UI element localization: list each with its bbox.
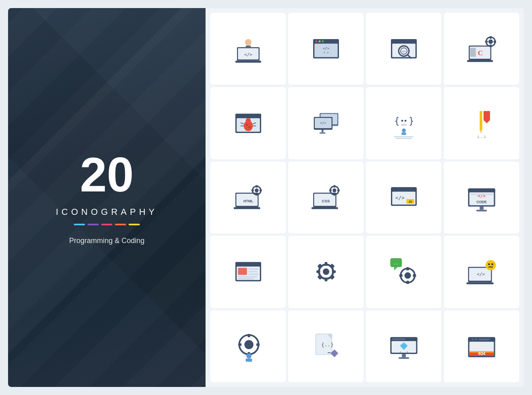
svg-rect-113 bbox=[324, 262, 327, 266]
svg-text:</>: </> bbox=[395, 195, 404, 201]
svg-text:<>: <> bbox=[402, 50, 405, 53]
svg-point-36 bbox=[245, 118, 251, 123]
icon-cell-bug-browser[interactable] bbox=[210, 87, 286, 159]
svg-point-12 bbox=[318, 40, 320, 42]
main-container: 20 ICONOGRAPHY Programming & Coding </ bbox=[8, 8, 524, 387]
svg-point-38 bbox=[248, 126, 250, 128]
svg-rect-132 bbox=[466, 283, 493, 285]
svg-rect-114 bbox=[324, 278, 327, 282]
color-bar-1 bbox=[74, 224, 85, 225]
svg-rect-128 bbox=[399, 274, 402, 277]
svg-point-112 bbox=[323, 268, 329, 275]
svg-point-4 bbox=[245, 39, 251, 46]
svg-rect-8 bbox=[314, 44, 338, 57]
svg-rect-137 bbox=[488, 267, 493, 268]
icon-cell-robot-laptop[interactable]: </> bbox=[444, 236, 519, 308]
svg-rect-51 bbox=[321, 130, 323, 132]
svg-text:</>: </> bbox=[477, 272, 485, 277]
svg-point-55 bbox=[401, 120, 403, 122]
svg-rect-97 bbox=[480, 206, 484, 210]
svg-text:404: 404 bbox=[478, 351, 485, 356]
svg-point-134 bbox=[485, 260, 496, 271]
svg-rect-15 bbox=[391, 39, 417, 44]
icon-cell-html-bookmark[interactable]: {...} HTML bbox=[444, 87, 519, 159]
svg-marker-65 bbox=[483, 120, 490, 123]
svg-rect-76 bbox=[251, 189, 254, 191]
subtitle: Programming & Coding bbox=[56, 237, 158, 245]
svg-rect-23 bbox=[467, 60, 493, 62]
svg-rect-127 bbox=[406, 281, 409, 284]
svg-text:</>: </> bbox=[244, 52, 252, 57]
iconography-label: ICONOGRAPHY bbox=[56, 207, 158, 217]
svg-rect-105 bbox=[238, 268, 247, 275]
icon-cell-code-monitor[interactable]: </> CODE bbox=[444, 162, 519, 233]
svg-point-139 bbox=[244, 340, 253, 349]
svg-rect-33 bbox=[235, 114, 261, 118]
icon-grid: </> </> < > bbox=[206, 8, 524, 387]
svg-rect-126 bbox=[406, 267, 409, 270]
svg-point-144 bbox=[246, 353, 251, 358]
icon-cell-c-programming[interactable]: C bbox=[444, 13, 519, 85]
svg-rect-145 bbox=[245, 358, 252, 362]
svg-rect-98 bbox=[476, 210, 487, 211]
svg-rect-28 bbox=[490, 36, 492, 39]
svg-point-83 bbox=[332, 189, 337, 193]
icon-cell-gear-settings[interactable] bbox=[288, 236, 364, 308]
svg-text:{: { bbox=[394, 115, 399, 126]
svg-text:CODE: CODE bbox=[476, 200, 487, 204]
svg-marker-122 bbox=[394, 267, 397, 270]
icon-cell-code-search[interactable]: <> bbox=[366, 13, 441, 85]
icon-cell-diamond-monitor[interactable]: {...} bbox=[366, 310, 441, 382]
svg-point-125 bbox=[404, 272, 411, 279]
svg-rect-62 bbox=[480, 111, 482, 130]
svg-rect-77 bbox=[260, 189, 262, 191]
svg-point-166 bbox=[475, 339, 477, 341]
svg-rect-107 bbox=[248, 271, 257, 272]
icon-cell-error-404[interactable]: 404 bbox=[444, 310, 519, 382]
svg-text:..: .. bbox=[393, 260, 399, 266]
svg-rect-108 bbox=[248, 274, 259, 275]
svg-rect-129 bbox=[413, 274, 416, 277]
svg-point-13 bbox=[322, 40, 324, 42]
icon-cell-dual-monitor[interactable]: </> </> bbox=[288, 87, 364, 159]
icon-cell-chat-gear[interactable]: .. bbox=[366, 236, 441, 308]
svg-rect-101 bbox=[470, 193, 494, 195]
svg-rect-84 bbox=[333, 185, 335, 188]
svg-point-56 bbox=[404, 120, 406, 122]
svg-rect-103 bbox=[235, 262, 261, 266]
icon-cell-dev-gear[interactable] bbox=[210, 310, 286, 382]
svg-rect-95 bbox=[468, 189, 495, 193]
svg-rect-59 bbox=[401, 132, 406, 135]
svg-text:</>: </> bbox=[323, 46, 329, 50]
svg-rect-2 bbox=[235, 61, 261, 63]
svg-rect-87 bbox=[337, 189, 340, 191]
icon-cell-dev-laptop[interactable]: </> bbox=[210, 13, 286, 85]
icon-cell-content-browser[interactable] bbox=[210, 236, 286, 308]
svg-rect-74 bbox=[256, 185, 258, 188]
svg-text:C: C bbox=[478, 49, 483, 57]
svg-rect-109 bbox=[238, 276, 257, 278]
svg-rect-106 bbox=[248, 268, 259, 270]
svg-text:{...}: {...} bbox=[399, 350, 408, 354]
svg-rect-154 bbox=[402, 354, 406, 357]
icon-count: 20 bbox=[56, 150, 158, 199]
svg-rect-89 bbox=[391, 187, 417, 191]
svg-point-73 bbox=[255, 189, 259, 193]
svg-point-58 bbox=[402, 128, 406, 132]
svg-rect-140 bbox=[247, 334, 250, 337]
svg-rect-60 bbox=[394, 136, 414, 137]
svg-text:CSS: CSS bbox=[322, 199, 330, 203]
color-bar-2 bbox=[87, 224, 99, 225]
icon-cell-html-settings[interactable]: HTML bbox=[210, 162, 286, 233]
icon-cell-code-editor[interactable]: </> < > bbox=[288, 13, 364, 85]
svg-text:{..}: {..} bbox=[321, 341, 334, 347]
icon-cell-css-settings[interactable]: CSS bbox=[288, 162, 364, 233]
svg-rect-115 bbox=[316, 270, 320, 273]
svg-text:</>: </> bbox=[401, 123, 407, 127]
icon-cell-js-browser[interactable]: JS </> bbox=[366, 162, 441, 233]
color-bars bbox=[56, 224, 158, 225]
svg-text:}: } bbox=[409, 115, 414, 126]
icon-cell-developer-code[interactable]: { } </> bbox=[366, 87, 441, 159]
svg-rect-155 bbox=[399, 357, 409, 359]
icon-cell-code-file-diamond[interactable]: {..} bbox=[288, 310, 364, 382]
